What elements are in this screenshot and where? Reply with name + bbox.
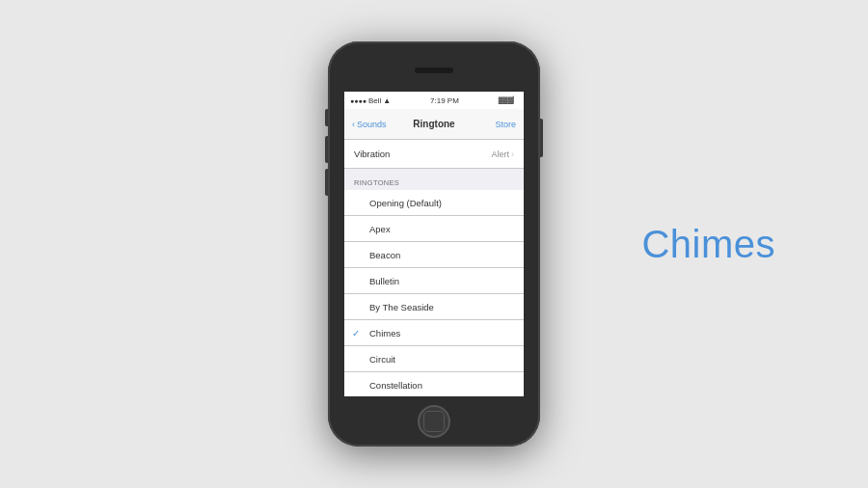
list-item[interactable]: Opening (Default) [344,190,524,216]
ringtone-name: Apex [369,224,391,234]
ringtone-name: Opening (Default) [369,198,442,208]
status-bar: ●●●● Bell ▲ 7:19 PM ▓▓▓▏ [344,92,524,109]
list-item[interactable]: ✓Chimes [344,320,524,346]
vibration-label: Vibration [354,149,390,159]
status-left: ●●●● Bell ▲ [350,96,391,105]
ringtone-name: Chimes [369,328,400,339]
list-item[interactable]: Apex [344,216,524,242]
volume-up-button [325,136,328,163]
volume-down-button [325,169,328,196]
home-button-inner [423,411,445,432]
signal-icon: ●●●● [350,97,366,104]
chimes-label: Chimes [641,223,775,266]
vibration-row[interactable]: Vibration Alert › [344,140,524,169]
list-item[interactable]: By The Seaside [344,294,524,320]
wifi-icon: ▲ [383,96,391,105]
top-bezel [328,41,540,92]
list-item[interactable]: Bulletin [344,268,524,294]
ringtone-name: Constellation [369,380,422,391]
chevron-right-icon: › [511,149,514,159]
ringtones-section-header: RINGTONES [344,169,524,190]
carrier-label: Bell [368,96,381,105]
scene: Chimes ●●●● Bell ▲ 7:19 PM ▓▓▓▏ [0,0,868,488]
chevron-left-icon: ‹ [352,120,355,129]
ringtone-name: Bulletin [369,276,399,286]
back-button[interactable]: ‹ Sounds [352,120,387,129]
vibration-value: Alert › [491,149,514,159]
ringtones-list: Opening (Default)ApexBeaconBulletinBy Th… [344,190,524,396]
mute-button [325,109,328,126]
back-label: Sounds [357,120,387,129]
bottom-bezel [418,396,450,447]
store-button[interactable]: Store [495,120,516,129]
iphone-screen: ●●●● Bell ▲ 7:19 PM ▓▓▓▏ ‹ Sounds Ringto… [344,92,524,396]
list-item[interactable]: Circuit [344,346,524,372]
speaker-grille [415,68,453,73]
checkmark-icon: ✓ [352,328,360,339]
power-button [540,119,543,157]
battery-icon: ▓▓▓▏ [499,96,518,104]
ringtone-name: Beacon [369,250,400,260]
vibration-value-text: Alert [491,149,509,159]
status-right: ▓▓▓▏ [499,96,518,104]
ringtone-name: By The Seaside [369,302,434,312]
nav-bar: ‹ Sounds Ringtone Store [344,109,524,140]
nav-title: Ringtone [413,119,454,129]
ringtone-name: Circuit [369,354,395,365]
home-button[interactable] [418,405,450,438]
section-header-text: RINGTONES [354,178,399,187]
list-item[interactable]: Constellation [344,372,524,396]
iphone-device: ●●●● Bell ▲ 7:19 PM ▓▓▓▏ ‹ Sounds Ringto… [328,41,540,447]
time-label: 7:19 PM [430,96,459,105]
list-item[interactable]: Beacon [344,242,524,268]
